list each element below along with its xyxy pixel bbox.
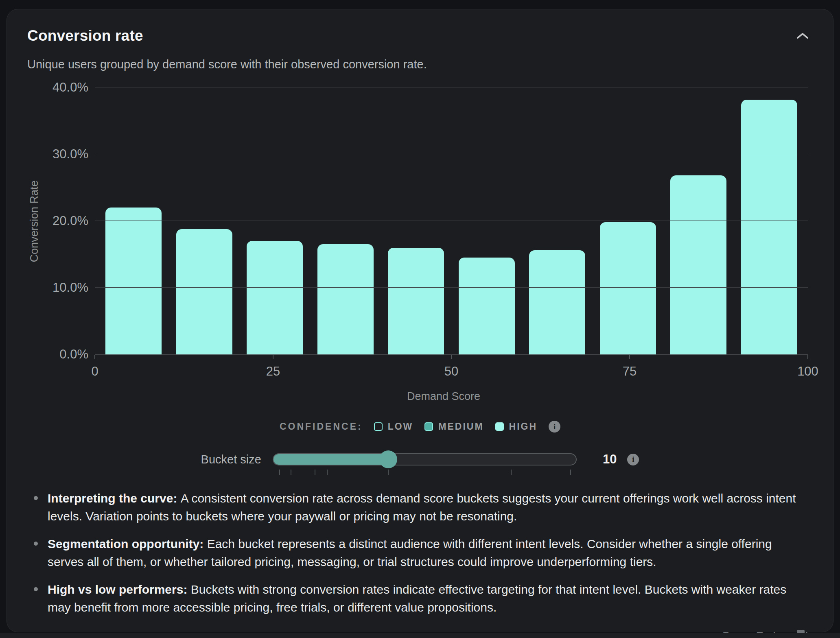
conversion-rate-card: Conversion rate Unique users grouped by … [7, 9, 833, 632]
y-axis-tick-labels: 0.0%10.0%20.0%30.0%40.0% [45, 87, 95, 354]
x-tick-mark [451, 355, 452, 359]
y-tick-label: 20.0% [52, 214, 88, 228]
insight-bullet: High vs low performers: Buckets with str… [31, 581, 809, 616]
slider-tick [315, 470, 315, 475]
slider-tick [279, 470, 280, 475]
collapse-button[interactable] [792, 28, 813, 45]
legend-swatch-high [495, 422, 504, 431]
bullet-text: Interpreting the curve: A consistent con… [48, 489, 809, 525]
bucket-size-label: Bucket size [201, 453, 261, 466]
legend-swatch-low [374, 422, 383, 431]
card-subtitle: Unique users grouped by demand score wit… [27, 58, 813, 71]
x-tick-label: 50 [444, 364, 458, 379]
insight-bullet: Interpreting the curve: A consistent con… [31, 489, 809, 525]
bar-chart: Conversion Rate 0.0%10.0%20.0%30.0%40.0% [27, 87, 813, 355]
bar-20-30[interactable] [247, 241, 303, 354]
bucket-size-slider[interactable] [273, 453, 577, 465]
gridline [95, 287, 808, 288]
chevron-up-icon [796, 35, 809, 41]
x-axis-title: Demand Score [74, 390, 813, 403]
x-tick-label: 75 [623, 364, 637, 379]
bars-container [95, 87, 808, 354]
y-tick-label: 30.0% [52, 147, 88, 162]
x-tick-mark [629, 355, 630, 359]
bar-10-20[interactable] [176, 229, 232, 354]
bar-30-40[interactable] [317, 244, 374, 354]
bar-90-100[interactable] [741, 100, 797, 354]
insight-bullet: Segmentation opportunity: Each bucket re… [31, 535, 809, 571]
bucket-size-row: Bucket size 10 i [27, 447, 813, 472]
legend-item-high[interactable]: HIGH [495, 421, 538, 432]
next-section-edge [0, 633, 840, 638]
bar-60-70[interactable] [529, 250, 585, 354]
bar-80-90[interactable] [670, 175, 726, 354]
slider-tick [327, 470, 328, 475]
slider-tick [388, 470, 389, 475]
x-tick-label: 25 [266, 364, 280, 379]
card-header: Conversion rate [27, 27, 813, 45]
gridline [95, 221, 808, 221]
slider-tick [291, 470, 291, 475]
x-tick-mark [94, 355, 95, 359]
y-tick-label: 40.0% [52, 80, 88, 95]
card-title: Conversion rate [27, 27, 143, 44]
gridline [95, 154, 808, 154]
bar-70-80[interactable] [600, 222, 656, 354]
legend-label: HIGH [509, 421, 538, 432]
bar-50-60[interactable] [459, 258, 515, 354]
slider-thumb[interactable] [379, 450, 397, 468]
bullet-dot [34, 542, 38, 546]
slider-tick [570, 470, 571, 475]
bullet-dot [34, 496, 38, 500]
insight-bullets: Interpreting the curve: A consistent con… [31, 489, 813, 616]
slider-tick [511, 470, 512, 475]
bar-40-50[interactable] [388, 248, 444, 354]
legend-swatch-medium [424, 422, 433, 431]
x-axis-tick-labels: 0255075100 [95, 355, 808, 389]
legend-item-low[interactable]: LOW [374, 421, 413, 432]
info-icon[interactable]: i [549, 421, 560, 433]
legend-title: CONFIDENCE: [280, 421, 363, 432]
legend-items: LOWMEDIUMHIGH [374, 421, 537, 432]
x-tick-label: 100 [797, 364, 818, 379]
slider-fill [273, 454, 389, 465]
x-tick-mark [273, 355, 273, 359]
confidence-legend: CONFIDENCE: LOWMEDIUMHIGH i [27, 421, 813, 433]
y-tick-label: 10.0% [52, 280, 88, 295]
info-icon[interactable]: i [627, 454, 639, 465]
y-axis-title: Conversion Rate [28, 180, 41, 262]
x-tick-mark [807, 355, 808, 359]
bullet-text: High vs low performers: Buckets with str… [48, 581, 809, 616]
y-axis-title-column: Conversion Rate [27, 87, 45, 355]
legend-item-medium[interactable]: MEDIUM [424, 421, 483, 432]
legend-label: MEDIUM [438, 421, 483, 432]
bar-0-10[interactable] [105, 208, 162, 354]
y-tick-label: 0.0% [59, 347, 88, 362]
bullet-dot [34, 587, 38, 591]
x-tick-label: 0 [91, 364, 98, 379]
bullet-text: Segmentation opportunity: Each bucket re… [48, 535, 809, 571]
gridline [95, 87, 808, 87]
legend-label: LOW [388, 421, 413, 432]
bucket-size-value: 10 [603, 452, 617, 467]
plot-area [95, 87, 808, 355]
conversion-rate-card-screen: Conversion rate Unique users grouped by … [0, 0, 840, 638]
